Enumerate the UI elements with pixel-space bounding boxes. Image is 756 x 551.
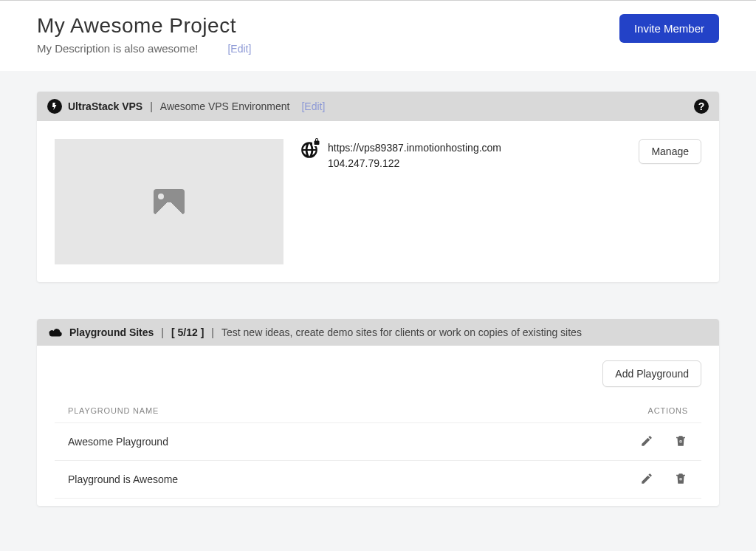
image-placeholder-icon — [154, 189, 185, 214]
vps-title: UltraStack VPS — [68, 100, 142, 112]
vps-env-name: Awesome VPS Environment — [160, 100, 290, 112]
column-actions: ACTIONS — [442, 399, 701, 423]
page-title: My Awesome Project — [37, 14, 251, 38]
playground-name: Playground is Awesome — [55, 461, 442, 499]
delete-icon[interactable] — [673, 434, 688, 448]
row-actions — [442, 423, 701, 461]
playground-card: Playground Sites | [ 5/12 ] | Test new i… — [37, 319, 719, 506]
separator: | — [161, 326, 164, 338]
add-playground-button[interactable]: Add Playground — [602, 360, 701, 387]
separator: | — [211, 326, 214, 338]
vps-card-header: UltraStack VPS | Awesome VPS Environment… — [37, 92, 719, 121]
invite-member-button[interactable]: Invite Member — [619, 14, 719, 43]
playground-count: [ 5/12 ] — [171, 326, 204, 338]
vps-details: https://vps89387.inmotionhosting.com 104… — [328, 140, 501, 171]
playground-card-header: Playground Sites | [ 5/12 ] | Test new i… — [37, 319, 719, 346]
manage-button[interactable]: Manage — [639, 139, 701, 164]
cloud-icon — [47, 326, 63, 338]
row-actions — [442, 461, 701, 499]
table-header-row: PLAYGROUND NAME ACTIONS — [55, 399, 701, 423]
project-description: My Description is also awesome! — [37, 42, 198, 55]
edit-icon[interactable] — [639, 471, 654, 486]
vps-ip: 104.247.79.122 — [328, 156, 501, 171]
playground-card-body: Add Playground PLAYGROUND NAME ACTIONS A… — [37, 346, 719, 506]
bolt-icon — [47, 99, 62, 114]
column-name: PLAYGROUND NAME — [55, 399, 442, 423]
page-header: My Awesome Project My Description is als… — [0, 1, 756, 71]
header-left: My Awesome Project My Description is als… — [37, 14, 251, 55]
delete-icon[interactable] — [673, 471, 688, 486]
vps-card-body: https://vps89387.inmotionhosting.com 104… — [37, 121, 719, 282]
table-row: Awesome Playground — [55, 423, 701, 461]
vps-card: UltraStack VPS | Awesome VPS Environment… — [37, 92, 719, 282]
description-row: My Description is also awesome! [Edit] — [37, 42, 251, 55]
vps-info-left: https://vps89387.inmotionhosting.com 104… — [300, 139, 501, 171]
globe-lock-icon — [300, 140, 319, 160]
playground-description: Test new ideas, create demo sites for cl… — [221, 326, 582, 338]
playground-table: PLAYGROUND NAME ACTIONS Awesome Playgrou… — [55, 399, 701, 499]
edit-icon[interactable] — [639, 434, 654, 448]
playground-name: Awesome Playground — [55, 423, 442, 461]
vps-info: https://vps89387.inmotionhosting.com 104… — [300, 139, 701, 171]
edit-description-link[interactable]: [Edit] — [227, 43, 251, 55]
edit-vps-link[interactable]: [Edit] — [301, 100, 325, 112]
separator: | — [150, 100, 153, 112]
main-content: UltraStack VPS | Awesome VPS Environment… — [0, 71, 756, 551]
help-icon[interactable]: ? — [694, 99, 709, 114]
table-row: Playground is Awesome — [55, 461, 701, 499]
vps-url: https://vps89387.inmotionhosting.com — [328, 140, 501, 156]
vps-thumbnail — [55, 139, 284, 264]
playground-title: Playground Sites — [69, 326, 154, 338]
add-playground-row: Add Playground — [55, 360, 701, 387]
